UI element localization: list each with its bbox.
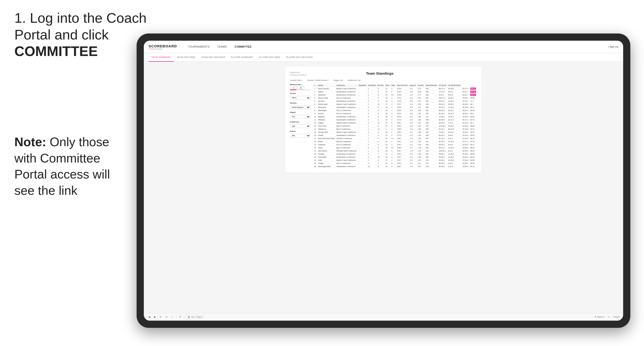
col-overall: Overall Record [425, 84, 438, 87]
toolbar-add-icon[interactable]: + [170, 315, 174, 319]
min-rounds-max[interactable] [298, 86, 304, 89]
cell-conference: Southeastern Conference [335, 165, 358, 168]
cell-overall: 87-21-2 [438, 137, 447, 140]
cell-adj-score: 276.1 [396, 121, 409, 124]
cell-adj-score: 277.5 [396, 134, 409, 137]
school-dropdown-label: School [290, 130, 310, 132]
cell-adj-score: 278.1 [396, 137, 409, 140]
cell-record: 11-19-0 [447, 106, 461, 109]
cell-score-par: -3.5 [409, 115, 416, 118]
cell-rank: 12 [313, 121, 317, 124]
watch-button[interactable]: 👁 Watch ▾ [595, 316, 604, 318]
table-row: 24 Duke Atlantic Coast Conference - 5 9 … [313, 159, 477, 162]
subnav-player-h2h-grid[interactable]: PLAYER H2H GRID [256, 53, 283, 62]
min-rounds-slider[interactable] [290, 89, 310, 90]
nav-teams[interactable]: TEAMS [214, 41, 231, 53]
cell-vs50: 71.7 [469, 100, 477, 103]
cell-overall: 60-39-2 [438, 165, 447, 168]
gender-dropdown[interactable]: Men's [290, 96, 310, 100]
cell-no-tour: 7 [377, 153, 385, 156]
toolbar-back-icon[interactable]: ◀ [148, 315, 151, 319]
cell-score-par: -6.0 [409, 121, 416, 124]
cell-adj-score: 273.8 [396, 93, 409, 96]
nav-committee[interactable]: COMMITTEE [231, 41, 256, 53]
cell-no-tour: 8 [377, 93, 385, 96]
cell-reg-rank: - [358, 146, 367, 149]
toolbar-timer-icon[interactable]: ⏱ [178, 315, 182, 319]
cell-no-tour: 9 [377, 90, 385, 93]
conference-dropdown-group: Conference (All) [290, 121, 310, 128]
cell-school: Florida [317, 134, 336, 137]
subnav-player-h2h-heatmap[interactable]: PLAYER H2H HEATMAP [283, 53, 316, 62]
cell-rnds: 21 [385, 162, 390, 165]
cell-conf-rank: 7 [367, 134, 377, 137]
cell-conference: Pac-12 Conference [335, 112, 358, 115]
cell-overall: 97-31-1 [438, 128, 447, 131]
share-button[interactable]: ⤴ Share [613, 316, 620, 318]
toolbar-resize-icon[interactable]: ⤢ [606, 315, 610, 319]
cell-vs50: 63.49 [469, 109, 477, 112]
cell-school: Vanderbilt [317, 93, 336, 96]
cell-conference: Big 12 Conference [335, 128, 358, 131]
cell-rnds: 23 [385, 112, 390, 115]
cell-wins: 2 [390, 131, 396, 134]
subnav-player-summary[interactable]: PLAYER SUMMARY [228, 53, 256, 62]
conference-dropdown[interactable]: (All) [290, 124, 310, 128]
cell-avg-sg: 1.55 [417, 137, 425, 140]
table-row: 6 Florida State Atlantic Coast Conferenc… [313, 103, 477, 106]
cell-conf-rank: 6 [367, 118, 377, 121]
cell-wins: 0 [390, 162, 396, 165]
sidebar-filters: Minimum Rou... [290, 84, 310, 168]
cell-avg-sg: 1.85 [417, 128, 425, 131]
cell-rank: 1 [313, 87, 317, 90]
table-row: 21 New Mexico Mountain West Conference -… [313, 149, 477, 153]
cell-avg-sg: 1.44 [417, 146, 425, 149]
cell-reg-rank: - [358, 121, 367, 124]
toolbar-share-icon[interactable]: ⎙ [165, 315, 168, 319]
cell-conference: Southeastern Conference [335, 118, 358, 121]
nav-tournaments[interactable]: TOURNAMENTS [184, 41, 213, 53]
cell-reg-rank: - [358, 134, 367, 137]
cell-rnds: 27 [385, 103, 390, 106]
cell-wins: 2 [390, 128, 396, 131]
subnav-team-summary[interactable]: TEAM SUMMARY [148, 53, 174, 62]
cell-rank: 18 [313, 140, 317, 143]
subnav-team-h2h-heatmap[interactable]: TEAM H2H HEATMAP [198, 53, 228, 62]
table-row: 22 Georgia Southeastern Conference - 8 7… [313, 153, 477, 156]
view-original-button[interactable]: ▦ View: Original [186, 315, 204, 319]
school-dropdown[interactable]: (All) [290, 134, 310, 138]
toolbar-forward-icon[interactable]: ▶ [153, 315, 157, 319]
cell-conf-rank: 1 [367, 87, 377, 90]
region-dropdown[interactable]: N/A [290, 115, 310, 119]
toolbar-refresh-icon[interactable]: ↻ [159, 315, 163, 319]
cell-overall: 92-40-3 [438, 156, 447, 159]
cell-rnds: 27 [385, 87, 390, 90]
division-dropdown[interactable]: NCAA Division I [290, 105, 310, 109]
cell-no-tour: 8 [377, 131, 385, 134]
cell-avg-sg: 2.52 [417, 96, 425, 100]
cell-overall: 88-17-0 [438, 87, 447, 90]
min-rounds-min[interactable] [290, 86, 297, 89]
cell-conference: Southeastern Conference [335, 90, 358, 93]
cell-rnds: 27 [385, 90, 390, 93]
cell-record: 16-21-0 [447, 112, 461, 115]
cell-vs50: 68.25 [469, 149, 477, 153]
cell-conference: Big Ten Conference [335, 140, 358, 143]
cell-record: 12-14-1 [447, 100, 461, 103]
cell-no-tour: 9 [377, 134, 385, 137]
cell-overall: 100-27-1 [438, 96, 447, 100]
cell-low-rd: 265 [425, 131, 438, 134]
cell-score-par: -3.8 [409, 118, 416, 121]
cell-overall: 66-40-1 [438, 162, 447, 165]
cell-vs25: 40-26-2 [462, 103, 469, 106]
cell-adj-score: 273.6 [396, 90, 409, 93]
cell-adj-score: 276.3 [396, 109, 409, 112]
table-row: 9 Arizona Pac-12 Conference - 3 8 23 4 2… [313, 112, 477, 115]
cell-reg-rank: - [358, 90, 367, 93]
cell-vs50: 62.98 [469, 159, 477, 162]
cell-score-par: -3.6 [409, 112, 416, 115]
cell-no-tour: 6 [377, 100, 385, 103]
subnav-team-h2h-grid[interactable]: TEAM H2H GRID [174, 53, 198, 62]
sign-out-link[interactable]: | Sign out [608, 45, 618, 48]
cell-rnds: 23 [385, 109, 390, 112]
